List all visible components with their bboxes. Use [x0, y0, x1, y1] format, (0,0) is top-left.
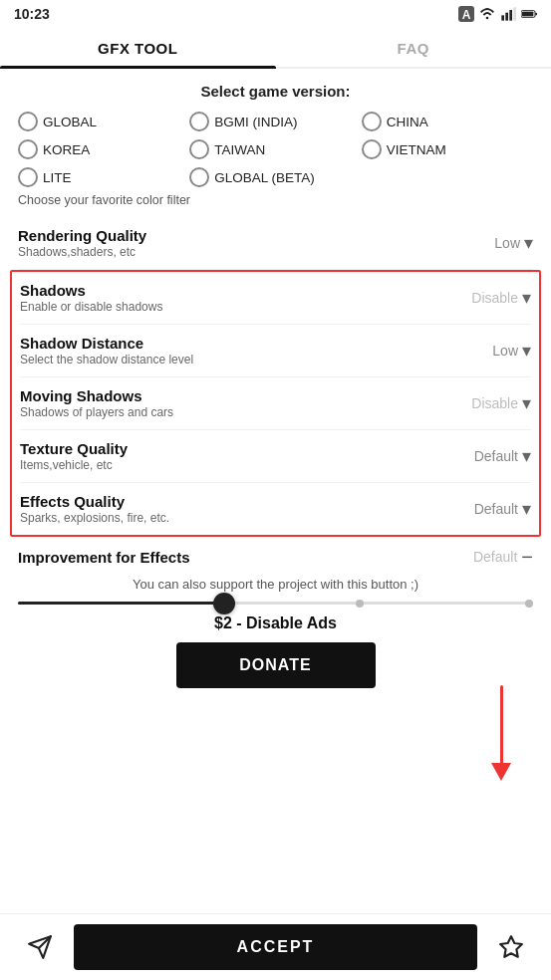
texture-quality-value: Default	[474, 448, 518, 464]
svg-text:A: A	[462, 8, 471, 22]
moving-shadows-title: Moving Shadows	[20, 387, 441, 404]
rendering-quality-desc: Shadows,shaders, etc	[18, 245, 443, 259]
effects-quality-control[interactable]: Default ▾	[441, 500, 531, 518]
radio-global-beta[interactable]: GLOBAL (BETA)	[189, 167, 533, 187]
radio-circle-korea	[18, 139, 38, 159]
radio-circle-lite	[18, 167, 38, 187]
slider-thumb[interactable]	[213, 593, 235, 614]
svg-rect-3	[501, 15, 504, 20]
radio-label-korea: KOREA	[43, 142, 90, 157]
shadows-info: Shadows Enable or disable shadows	[20, 282, 441, 314]
texture-quality-control[interactable]: Default ▾	[441, 447, 531, 465]
status-time: 10:23	[14, 6, 50, 22]
radio-circle-global	[18, 112, 38, 131]
status-bar: 10:23 A	[0, 0, 551, 26]
radio-label-bgmi: BGMI (INDIA)	[214, 115, 297, 129]
texture-quality-arrow: ▾	[522, 447, 531, 465]
radio-korea[interactable]: KOREA	[18, 139, 189, 159]
improvement-control[interactable]: Default −	[473, 547, 533, 567]
tab-faq[interactable]: FAQ	[276, 26, 552, 67]
share-button[interactable]	[18, 925, 62, 969]
radio-circle-taiwan	[189, 139, 209, 159]
radio-label-china: CHINA	[387, 115, 428, 129]
favorite-button[interactable]	[489, 925, 533, 969]
radio-label-vietnam: VIETNAM	[387, 142, 446, 157]
svg-rect-5	[509, 10, 512, 21]
rendering-quality-control[interactable]: Low ▾	[443, 234, 533, 252]
shadow-distance-row: Shadow Distance Select the shadow distan…	[20, 325, 531, 377]
slider-fill	[18, 602, 224, 605]
radio-label-global-beta: GLOBAL (BETA)	[214, 170, 315, 185]
effects-quality-desc: Sparks, explosions, fire, etc.	[20, 511, 441, 525]
color-filter-note: Choose your favorite color filter	[18, 193, 533, 207]
share-icon	[27, 934, 53, 960]
donate-label: $2 - Disable Ads	[18, 614, 533, 632]
moving-shadows-info: Moving Shadows Shadows of players and ca…	[20, 387, 441, 419]
shadow-distance-control[interactable]: Low ▾	[441, 342, 531, 360]
radio-circle-vietnam	[362, 139, 382, 159]
shadows-title: Shadows	[20, 282, 441, 299]
donate-button[interactable]: DONATE	[176, 642, 376, 688]
rendering-quality-arrow: ▾	[524, 234, 533, 252]
svg-rect-9	[535, 13, 537, 16]
shadows-desc: Enable or disable shadows	[20, 300, 441, 314]
radio-circle-china	[362, 112, 382, 131]
wifi-icon	[479, 6, 495, 22]
texture-quality-info: Texture Quality Items,vehicle, etc	[20, 440, 441, 472]
signal-icon	[500, 6, 516, 22]
moving-shadows-desc: Shadows of players and cars	[20, 405, 441, 419]
svg-rect-4	[505, 13, 508, 21]
bottom-bar: ACCEPT	[0, 913, 551, 980]
highlighted-settings-box: Shadows Enable or disable shadows Disabl…	[10, 270, 541, 537]
tab-bar: GFX TOOL FAQ	[0, 26, 551, 69]
tab-gfx-tool[interactable]: GFX TOOL	[0, 26, 276, 67]
arrow-line	[500, 685, 503, 765]
svg-marker-12	[500, 936, 522, 957]
shadows-row: Shadows Enable or disable shadows Disabl…	[20, 272, 531, 325]
effects-quality-arrow: ▾	[522, 500, 531, 518]
shadows-control[interactable]: Disable ▾	[441, 289, 531, 307]
shadow-distance-arrow: ▾	[522, 342, 531, 360]
radio-circle-bgmi	[189, 112, 209, 131]
radio-label-lite: LITE	[43, 170, 72, 185]
main-content: Select game version: GLOBAL BGMI (INDIA)…	[0, 69, 551, 688]
rendering-quality-title: Rendering Quality	[18, 227, 443, 244]
game-version-label: Select game version:	[18, 83, 533, 100]
game-version-grid: GLOBAL BGMI (INDIA) CHINA KOREA TAIWAN V…	[18, 112, 533, 187]
rendering-quality-info: Rendering Quality Shadows,shaders, etc	[18, 227, 443, 259]
shadows-arrow: ▾	[522, 289, 531, 307]
radio-taiwan[interactable]: TAIWAN	[189, 139, 361, 159]
radio-global[interactable]: GLOBAL	[18, 112, 189, 131]
radio-label-taiwan: TAIWAN	[214, 142, 265, 157]
texture-quality-title: Texture Quality	[20, 440, 441, 457]
svg-point-2	[486, 17, 489, 20]
radio-bgmi[interactable]: BGMI (INDIA)	[189, 112, 361, 131]
effects-quality-value: Default	[474, 501, 518, 517]
red-arrow	[491, 685, 511, 781]
radio-vietnam[interactable]: VIETNAM	[362, 139, 533, 159]
red-arrow-container	[491, 685, 511, 781]
rendering-quality-value: Low	[494, 235, 520, 251]
shadow-distance-value: Low	[492, 343, 518, 359]
moving-shadows-control[interactable]: Disable ▾	[441, 394, 531, 412]
improvement-row: Improvement for Effects Default −	[18, 537, 533, 571]
slider-container[interactable]	[18, 602, 533, 605]
accept-button[interactable]: ACCEPT	[74, 924, 477, 970]
battery-icon	[521, 6, 537, 22]
star-icon	[498, 934, 524, 960]
radio-lite[interactable]: LITE	[18, 167, 189, 187]
texture-quality-desc: Items,vehicle, etc	[20, 458, 441, 472]
a-icon: A	[458, 6, 474, 22]
texture-quality-row: Texture Quality Items,vehicle, etc Defau…	[20, 430, 531, 483]
shadow-distance-title: Shadow Distance	[20, 335, 441, 352]
radio-china[interactable]: CHINA	[362, 112, 533, 131]
radio-label-global: GLOBAL	[43, 115, 97, 129]
minus-icon: −	[521, 547, 533, 567]
svg-rect-8	[522, 12, 533, 17]
moving-shadows-value: Disable	[471, 395, 518, 411]
moving-shadows-arrow: ▾	[522, 394, 531, 412]
improvement-value: Default	[473, 549, 517, 565]
support-text: You can also support the project with th…	[18, 577, 533, 592]
slider-track	[18, 602, 533, 605]
shadows-value: Disable	[471, 290, 518, 306]
